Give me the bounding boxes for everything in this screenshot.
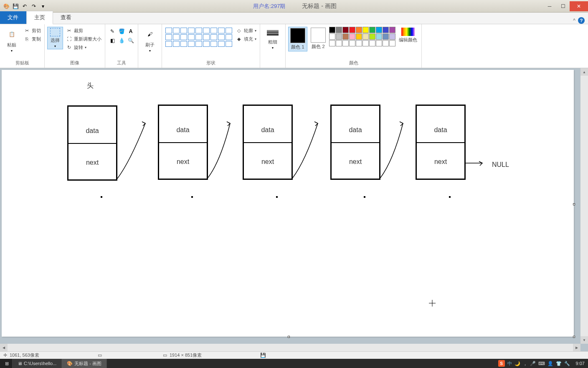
color-swatch[interactable] — [369, 33, 375, 40]
tray-comma-icon[interactable]: ， — [523, 360, 527, 367]
node-next-label: next — [332, 158, 379, 166]
tray-mic-icon[interactable]: 🎤 — [530, 361, 536, 366]
color-swatch[interactable] — [383, 27, 389, 33]
fill-shape-button[interactable]: ◆填充▾ — [235, 35, 257, 43]
color-swatch[interactable] — [356, 40, 362, 46]
collapse-ribbon-icon[interactable]: ^ — [573, 18, 575, 23]
tab-home[interactable]: 主页 — [26, 11, 53, 24]
canvas-handle-corner[interactable] — [573, 336, 575, 338]
scroll-up-icon[interactable]: ▲ — [580, 68, 588, 76]
color-swatch[interactable] — [329, 27, 335, 33]
size-button[interactable]: 粗细 ▾ — [263, 27, 283, 51]
start-button[interactable]: ⊞ — [0, 359, 13, 368]
minimize-button[interactable]: ─ — [543, 1, 556, 11]
select-label: 选择 — [51, 37, 60, 43]
color-swatch[interactable] — [362, 33, 369, 40]
taskbar-item-2[interactable]: 🎨 无标题 - 画图 — [62, 359, 107, 368]
tab-view[interactable]: 查看 — [53, 11, 79, 24]
horizontal-scrollbar[interactable]: ◀ ▶ — [0, 344, 580, 351]
color-swatch[interactable] — [376, 33, 382, 40]
resize-button[interactable]: ⛶重新调整大小 — [65, 35, 102, 43]
tray-wrench-icon[interactable]: 🔧 — [564, 361, 570, 366]
outline-button[interactable]: ◇轮廓▾ — [235, 27, 257, 34]
color-swatch[interactable] — [329, 40, 335, 46]
shapes-gallery[interactable] — [165, 27, 233, 48]
color-swatch[interactable] — [369, 27, 375, 33]
color-swatch[interactable] — [376, 27, 382, 33]
tab-file[interactable]: 文件 — [0, 11, 26, 24]
color-swatch[interactable] — [336, 40, 342, 46]
ime-lang[interactable]: 中 — [507, 360, 512, 367]
pencil-icon[interactable]: ✎ — [109, 28, 116, 35]
color-swatch[interactable] — [356, 33, 362, 40]
dot — [364, 196, 365, 198]
tray-person-icon[interactable]: 👤 — [547, 361, 553, 366]
position-value: 1061, 563像素 — [10, 352, 39, 358]
tray-moon-icon[interactable]: 🌙 — [514, 361, 520, 366]
color-swatch[interactable] — [342, 33, 349, 40]
color-swatch[interactable] — [369, 40, 375, 46]
sogou-ime-icon[interactable]: S — [498, 360, 505, 367]
edit-colors-button[interactable]: 编辑颜色 — [397, 27, 419, 44]
color-swatch[interactable] — [362, 27, 369, 33]
cut-button[interactable]: ✂剪切 — [23, 27, 42, 34]
taskbar-item-1[interactable]: 🖥 C:\Users\hello... — [13, 359, 62, 368]
close-button[interactable]: ✕ — [570, 1, 588, 11]
paste-button[interactable]: 📋 粘贴 ▾ — [3, 27, 21, 54]
maximize-button[interactable]: ☐ — [556, 1, 570, 11]
color-swatch[interactable] — [349, 27, 355, 33]
scroll-right-icon[interactable]: ▶ — [573, 344, 580, 351]
linked-list-node: data next — [158, 105, 208, 180]
brush-button[interactable]: 🖌 刷子 ▾ — [141, 27, 159, 54]
color-swatch[interactable] — [349, 40, 355, 46]
edit-colors-label: 编辑颜色 — [399, 37, 417, 43]
fill-icon[interactable]: 🪣 — [118, 28, 125, 35]
color-swatch[interactable] — [376, 40, 382, 46]
group-label-clipboard: 剪贴板 — [3, 59, 42, 68]
crop-button[interactable]: ✂裁剪 — [65, 27, 102, 34]
eraser-icon[interactable]: ◧ — [109, 37, 116, 44]
tray-shirt-icon[interactable]: 👕 — [556, 361, 562, 366]
color-swatch[interactable] — [329, 33, 335, 40]
color-swatch[interactable] — [383, 40, 389, 46]
rotate-button[interactable]: ↻旋转▾ — [65, 43, 102, 51]
clock[interactable]: 9:07 — [576, 361, 585, 366]
tray-keyboard-icon[interactable]: ⌨ — [538, 361, 545, 366]
color-swatch[interactable] — [383, 33, 389, 40]
text-icon[interactable]: A — [127, 28, 134, 35]
color2-button[interactable]: 颜色 2 — [309, 27, 327, 51]
zoom-icon[interactable]: 🔍 — [127, 37, 134, 44]
copy-button[interactable]: ⎘复制 — [23, 35, 42, 43]
dot — [191, 196, 193, 198]
color-swatch[interactable] — [336, 33, 342, 40]
color-swatch[interactable] — [389, 33, 395, 40]
scroll-left-icon[interactable]: ◀ — [0, 344, 8, 351]
redo-icon[interactable]: ↷ — [30, 3, 38, 10]
qat-dropdown-icon[interactable]: ▾ — [39, 3, 47, 10]
save-icon[interactable]: 💾 — [12, 3, 19, 10]
canvas-handle-bottom[interactable] — [288, 336, 290, 338]
color1-button[interactable]: 颜色 1 — [288, 27, 307, 51]
color-swatch[interactable] — [342, 27, 349, 33]
color-palette[interactable] — [329, 27, 395, 46]
color-swatch[interactable] — [336, 27, 342, 33]
color-swatch[interactable] — [349, 33, 355, 40]
help-icon[interactable]: ? — [578, 17, 585, 24]
select-button[interactable]: 选择 ▾ — [47, 27, 63, 49]
color-swatch[interactable] — [389, 40, 395, 46]
color-swatch[interactable] — [389, 27, 395, 33]
color-swatch[interactable] — [356, 27, 362, 33]
canvas[interactable]: 头 NULL data next data next data next dat… — [2, 70, 574, 337]
scroll-down-icon[interactable]: ▼ — [580, 336, 588, 344]
taskbar: ⊞ 🖥 C:\Users\hello... 🎨 无标题 - 画图 S 中 🌙 ，… — [0, 359, 588, 368]
vertical-scrollbar[interactable]: ▲ ▼ — [580, 68, 588, 344]
canvas-handle-right[interactable] — [573, 203, 575, 205]
canvas-container: 头 NULL data next data next data next dat… — [0, 68, 580, 344]
color-swatch[interactable] — [362, 40, 369, 46]
group-label-shapes: 形状 — [165, 59, 257, 68]
group-label-size — [263, 65, 283, 68]
picker-icon[interactable]: 💧 — [118, 37, 125, 44]
color-swatch[interactable] — [342, 40, 349, 46]
dot — [101, 196, 102, 198]
undo-icon[interactable]: ↶ — [21, 3, 28, 10]
